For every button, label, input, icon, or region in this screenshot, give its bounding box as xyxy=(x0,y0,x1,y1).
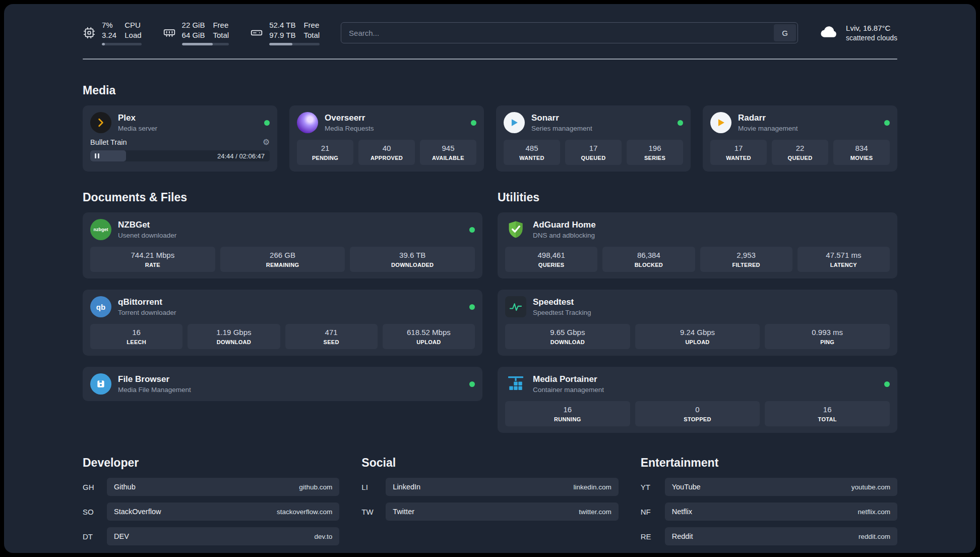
bookmark-link-twitter[interactable]: Twitter twitter.com xyxy=(386,503,618,521)
app-card-nzbget[interactable]: nzbget NZBGet Usenet downloader 744.21 M… xyxy=(83,212,482,278)
disk-icon xyxy=(250,26,263,39)
app-description: DNS and adblocking xyxy=(533,232,596,239)
disk-total-value: 97.9 TB xyxy=(269,30,295,40)
app-card-sonarr[interactable]: Sonarr Series management 485 WANTED 17 Q… xyxy=(496,105,691,172)
bookmark-group-developer: Developer GH Github github.com SO StackO… xyxy=(83,456,339,552)
stat-tile: 1.19 Gbps DOWNLOAD xyxy=(188,324,280,349)
app-name: qBittorrent xyxy=(118,297,176,307)
playback-time: 24:44 / 02:06:47 xyxy=(217,150,265,161)
stat-tile: 945 AVAILABLE xyxy=(420,140,476,165)
app-card-adguard[interactable]: AdGuard Home DNS and adblocking 498,461 … xyxy=(498,212,897,278)
speedtest-icon xyxy=(505,296,526,317)
stat-tile: 618.52 Mbps UPLOAD xyxy=(383,324,475,349)
bookmark-link-reddit[interactable]: Reddit reddit.com xyxy=(665,527,897,545)
app-name: Plex xyxy=(118,113,157,123)
app-card-plex[interactable]: Plex Media server Bullet Train ⚙ 24:44 xyxy=(83,105,277,172)
stat-tile: 21 PENDING xyxy=(297,140,353,165)
stat-tile: 22 QUEUED xyxy=(772,140,828,165)
weather-condition: scattered clouds xyxy=(846,33,897,43)
bookmark-netflix: NF Netflix netflix.com xyxy=(641,503,897,521)
app-card-filebrowser[interactable]: File Browser Media File Management xyxy=(83,367,482,401)
ram-usage-bar xyxy=(182,43,229,45)
app-card-radarr[interactable]: Radarr Movie management 17 WANTED 22 QUE… xyxy=(703,105,897,172)
bookmark-reddit: RE Reddit reddit.com xyxy=(641,527,897,545)
section-title-utilities: Utilities xyxy=(498,191,897,204)
app-name: Radarr xyxy=(738,113,798,123)
bookmark-link-netflix[interactable]: Netflix netflix.com xyxy=(665,503,897,521)
bookmark-abbr: LI xyxy=(361,483,386,491)
bookmark-linkedin: LI LinkedIn linkedin.com xyxy=(361,478,618,496)
cpu-icon xyxy=(83,26,96,39)
bookmark-abbr: DT xyxy=(83,532,107,541)
app-description: Series management xyxy=(531,125,592,132)
bookmark-link-dev[interactable]: DEV dev.to xyxy=(107,527,339,545)
stat-tile: 47.571 ms LATENCY xyxy=(798,247,890,272)
stat-tile: 16 RUNNING xyxy=(505,401,630,426)
bookmark-link-youtube[interactable]: YouTube youtube.com xyxy=(665,478,897,496)
cpu-usage-bar xyxy=(102,43,142,45)
stat-tile: 40 APPROVED xyxy=(358,140,415,165)
search-engine-button[interactable]: G xyxy=(774,24,796,41)
stat-tile: 16 LEECH xyxy=(90,324,182,349)
bookmark-abbr: SO xyxy=(83,508,107,516)
radarr-icon xyxy=(710,112,731,133)
disk-total-label: Total xyxy=(303,30,320,40)
disk-free-label: Free xyxy=(303,20,320,30)
ram-free-label: Free xyxy=(213,20,229,30)
bookmark-stackoverflow: SO StackOverflow stackoverflow.com xyxy=(83,503,339,521)
search-bar: G xyxy=(341,22,798,43)
bookmark-link-github[interactable]: Github github.com xyxy=(107,478,339,496)
ram-free-value: 22 GiB xyxy=(182,20,205,30)
app-name: Speedtest xyxy=(533,297,591,307)
app-card-overseerr[interactable]: Overseerr Media Requests 21 PENDING 40 A… xyxy=(289,105,484,172)
bookmark-link-linkedin[interactable]: LinkedIn linkedin.com xyxy=(386,478,618,496)
stat-tile: 834 MOVIES xyxy=(833,140,890,165)
bookmark-group-entertainment: Entertainment YT YouTube youtube.com NF … xyxy=(641,456,897,552)
stat-tile: 0.993 ms PING xyxy=(765,324,890,349)
plex-icon xyxy=(90,112,111,133)
app-card-qbittorrent[interactable]: qb qBittorrent Torrent downloader 16 xyxy=(83,290,482,356)
top-bar: 7% 3.24 CPU Load xyxy=(83,4,897,45)
pause-icon[interactable] xyxy=(95,153,99,158)
app-description: Speedtest Tracking xyxy=(533,309,591,316)
stat-tile: 498,461 QUERIES xyxy=(505,247,597,272)
stat-tile: 2,953 FILTERED xyxy=(700,247,792,272)
ram-total-label: Total xyxy=(213,30,229,40)
app-card-portainer[interactable]: Media Portainer Container management 16 … xyxy=(498,367,897,433)
bookmark-link-stackoverflow[interactable]: StackOverflow stackoverflow.com xyxy=(107,503,339,521)
bookmark-abbr: GH xyxy=(83,483,107,491)
stat-tile: 266 GB REMAINING xyxy=(220,247,345,272)
app-name: Sonarr xyxy=(531,113,592,123)
search-input[interactable] xyxy=(343,24,774,41)
disk-free-value: 52.4 TB xyxy=(269,20,295,30)
bookmark-twitter: TW Twitter twitter.com xyxy=(361,503,618,521)
stat-tile: 485 WANTED xyxy=(504,140,560,165)
ram-widget: 22 GiB 64 GiB Free Total xyxy=(163,20,229,45)
section-title-developer: Developer xyxy=(83,456,339,470)
section-title-documents: Documents & Files xyxy=(83,191,482,204)
ram-icon xyxy=(163,26,176,39)
app-name: NZBGet xyxy=(118,220,176,230)
stat-tile: 16 TOTAL xyxy=(765,401,890,426)
bookmark-dev: DT DEV dev.to xyxy=(83,527,339,545)
disk-widget: 52.4 TB 97.9 TB Free Total xyxy=(250,20,320,45)
bookmark-github: GH Github github.com xyxy=(83,478,339,496)
section-title-entertainment: Entertainment xyxy=(641,456,897,470)
app-description: Media server xyxy=(118,125,157,132)
app-name: Overseerr xyxy=(325,113,374,123)
status-dot xyxy=(884,120,890,126)
bookmark-abbr: RE xyxy=(641,532,665,541)
cpu-label: CPU xyxy=(125,20,141,30)
app-name: AdGuard Home xyxy=(533,220,596,230)
app-description: Container management xyxy=(533,386,604,394)
gear-icon[interactable]: ⚙ xyxy=(263,138,270,146)
cpu-load-value: 3.24 xyxy=(102,30,116,40)
weather-location: Lviv, 16.87°C xyxy=(846,23,897,33)
app-card-speedtest[interactable]: Speedtest Speedtest Tracking 9.65 Gbps D… xyxy=(498,290,897,356)
app-description: Movie management xyxy=(738,125,798,132)
bookmark-abbr: TW xyxy=(361,508,386,516)
playback-progress-bar[interactable]: 24:44 / 02:06:47 xyxy=(90,150,270,161)
stat-tile: 9.24 Gbps UPLOAD xyxy=(635,324,760,349)
nzbget-icon: nzbget xyxy=(90,219,111,240)
status-dot xyxy=(469,381,475,387)
